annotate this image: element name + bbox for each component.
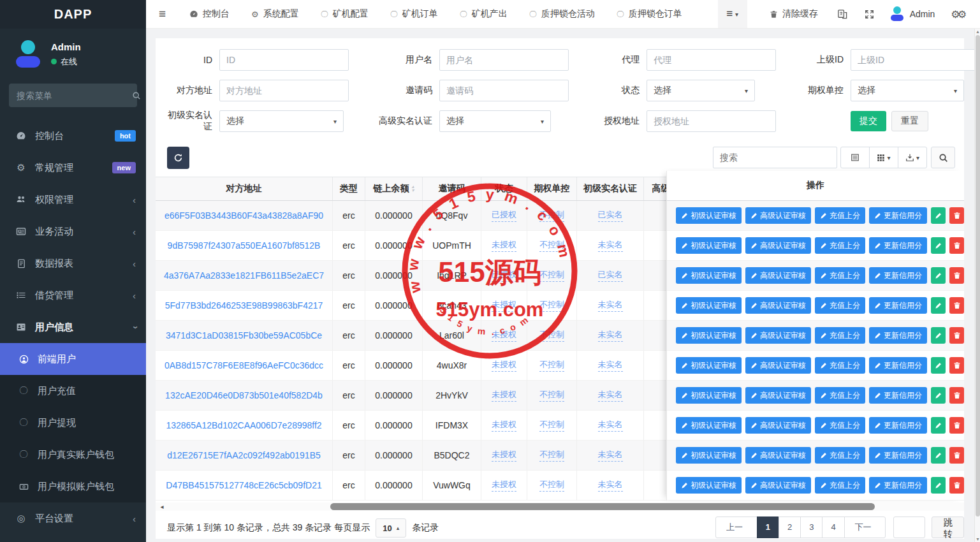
export-button[interactable]: ▾ xyxy=(898,147,927,168)
status-link[interactable]: 未授权 xyxy=(492,299,516,312)
edit-button[interactable] xyxy=(931,357,946,374)
status-link[interactable]: 未授权 xyxy=(492,479,516,492)
delete-button[interactable] xyxy=(949,237,964,254)
address-link[interactable]: 4a376A7Aa2833e1821FB611B5e2aEC7 xyxy=(164,270,324,281)
advanced-audit-button[interactable]: 高级认证审核 xyxy=(745,387,811,404)
edit-button[interactable] xyxy=(931,387,946,404)
translate-icon[interactable] xyxy=(837,9,848,20)
primary-audit-button[interactable]: 初级认证审核 xyxy=(676,357,742,374)
option-control-link[interactable]: 不控制 xyxy=(539,209,564,222)
primary-audit-button[interactable]: 初级认证审核 xyxy=(676,267,742,284)
address-filter-input[interactable] xyxy=(219,80,349,101)
page-button-2[interactable]: 2 xyxy=(779,516,801,538)
primary-kyc-link[interactable]: 已实名 xyxy=(598,209,623,222)
update-credit-button[interactable]: 更新信用分 xyxy=(869,357,927,374)
status-link[interactable]: 已授权 xyxy=(492,209,516,222)
primary-kyc-link[interactable]: 未实名 xyxy=(598,299,623,312)
primary-kyc-link[interactable]: 未实名 xyxy=(598,449,623,462)
advanced-audit-button[interactable]: 高级认证审核 xyxy=(745,417,811,434)
primary-kyc-link[interactable]: 未实名 xyxy=(598,419,623,432)
edit-button[interactable] xyxy=(931,417,946,434)
advanced-audit-button[interactable]: 高级认证审核 xyxy=(745,237,811,254)
option-control-link[interactable]: 不控制 xyxy=(539,389,564,402)
nav-item-system-config[interactable]: ⚙ 系统配置 xyxy=(251,8,299,20)
prev-page-button[interactable]: 上一页 xyxy=(715,516,757,538)
nav-item-pledge-orders[interactable]: 〇 质押锁仓订单 xyxy=(617,8,682,20)
status-link[interactable]: 未授权 xyxy=(492,449,516,462)
option-control-link[interactable]: 不控制 xyxy=(539,359,564,372)
sidebar-item-platform-settings[interactable]: ◎ 平台设置 ‹ xyxy=(0,502,146,534)
horizontal-scrollbar-thumb[interactable] xyxy=(330,503,875,510)
detail-view-button[interactable] xyxy=(840,147,870,168)
sidebar-item-general[interactable]: ⚙ 常规管理 new xyxy=(0,152,146,184)
edit-button[interactable] xyxy=(931,237,946,254)
sidebar-item-user-recharge[interactable]: 〇 用户充值 xyxy=(0,375,146,407)
vertical-scrollbar-thumb[interactable] xyxy=(976,35,980,516)
option-control-link[interactable]: 不控制 xyxy=(539,269,564,282)
address-link[interactable]: 0AB8d157C78F6E8E8f96AeFC0c36dcc xyxy=(165,360,323,370)
edit-button[interactable] xyxy=(931,297,946,314)
option-control-link[interactable]: 不控制 xyxy=(539,299,564,312)
address-link[interactable]: e66F5F03B3443B60F43a43828a8AF90 xyxy=(165,210,323,221)
nav-item-console[interactable]: 控制台 xyxy=(189,8,230,20)
status-link[interactable]: 未授权 xyxy=(492,239,516,252)
delete-button[interactable] xyxy=(949,207,964,224)
primary-kyc-link[interactable]: 未实名 xyxy=(598,389,623,402)
delete-button[interactable] xyxy=(949,387,964,404)
nav-item-miner-orders[interactable]: 〇 矿机订单 xyxy=(390,8,438,20)
primary-kyc-link[interactable]: 未实名 xyxy=(598,359,623,372)
status-filter-select[interactable]: 选择▾ xyxy=(647,80,755,101)
sidebar-item-frontend-users[interactable]: 前端用户 xyxy=(0,343,146,375)
delete-button[interactable] xyxy=(949,327,964,344)
option-control-link[interactable]: 不控制 xyxy=(539,329,564,342)
admin-user-menu[interactable]: Admin xyxy=(890,6,935,22)
address-link[interactable]: 9dB75987f24307a550EA1607bf8512B xyxy=(168,240,321,251)
primary-audit-button[interactable]: 初级认证审核 xyxy=(676,417,742,434)
delete-button[interactable] xyxy=(949,447,964,464)
invite-code-filter-input[interactable] xyxy=(439,80,569,101)
recharge-points-button[interactable]: 充值上分 xyxy=(815,447,865,464)
advanced-audit-button[interactable]: 高级认证审核 xyxy=(745,477,811,494)
advanced-kyc-filter-select[interactable]: 选择▾ xyxy=(439,110,551,132)
id-filter-input[interactable] xyxy=(219,49,349,71)
update-credit-button[interactable]: 更新信用分 xyxy=(869,267,927,284)
fullscreen-icon[interactable] xyxy=(865,10,874,19)
scroll-down-arrow[interactable]: ▼ xyxy=(975,537,980,541)
parent-id-filter-input[interactable] xyxy=(851,49,980,71)
recharge-points-button[interactable]: 充值上分 xyxy=(815,417,865,434)
nav-menu-dropdown[interactable]: ≡ ▾ xyxy=(718,0,747,28)
address-link[interactable]: 132cAE20D46e0D873b501e40f582D4b xyxy=(165,390,323,400)
table-search-input[interactable] xyxy=(713,147,837,168)
delete-button[interactable] xyxy=(949,297,964,314)
header-balance[interactable]: 链上余额▴▾ xyxy=(365,177,423,200)
primary-kyc-link[interactable]: 未实名 xyxy=(598,239,623,252)
advanced-audit-button[interactable]: 高级认证审核 xyxy=(745,327,811,344)
primary-audit-button[interactable]: 初级认证审核 xyxy=(676,387,742,404)
update-credit-button[interactable]: 更新信用分 xyxy=(869,447,927,464)
update-credit-button[interactable]: 更新信用分 xyxy=(869,297,927,314)
status-link[interactable]: 未授权 xyxy=(492,419,516,432)
primary-audit-button[interactable]: 初级认证审核 xyxy=(676,207,742,224)
nav-item-pledge-activity[interactable]: 〇 质押锁仓活动 xyxy=(529,8,595,20)
primary-kyc-link[interactable]: 已实名 xyxy=(598,269,623,282)
nav-item-miner-output[interactable]: 〇 矿机产出 xyxy=(460,8,508,20)
edit-button[interactable] xyxy=(931,477,946,494)
recharge-points-button[interactable]: 充值上分 xyxy=(815,267,865,284)
recharge-points-button[interactable]: 充值上分 xyxy=(815,477,865,494)
page-size-dropdown[interactable]: 10▴ xyxy=(376,518,406,538)
edit-button[interactable] xyxy=(931,327,946,344)
delete-button[interactable] xyxy=(949,357,964,374)
primary-audit-button[interactable]: 初级认证审核 xyxy=(676,327,742,344)
sidebar-item-demo-wallet[interactable]: 用户模拟账户钱包 xyxy=(0,471,146,502)
vertical-scrollbar[interactable]: ▲ ▼ xyxy=(974,29,980,542)
advanced-audit-button[interactable]: 高级认证审核 xyxy=(745,297,811,314)
sidebar-item-business[interactable]: 业务活动 ‹ xyxy=(0,216,146,247)
edit-button[interactable] xyxy=(931,447,946,464)
recharge-points-button[interactable]: 充值上分 xyxy=(815,327,865,344)
jump-page-input[interactable] xyxy=(893,516,925,538)
recharge-points-button[interactable]: 充值上分 xyxy=(815,387,865,404)
update-credit-button[interactable]: 更新信用分 xyxy=(869,237,927,254)
option-control-link[interactable]: 不控制 xyxy=(539,449,564,462)
option-control-filter-select[interactable]: 选择▾ xyxy=(851,80,964,101)
primary-kyc-link[interactable]: 未实名 xyxy=(598,479,623,492)
